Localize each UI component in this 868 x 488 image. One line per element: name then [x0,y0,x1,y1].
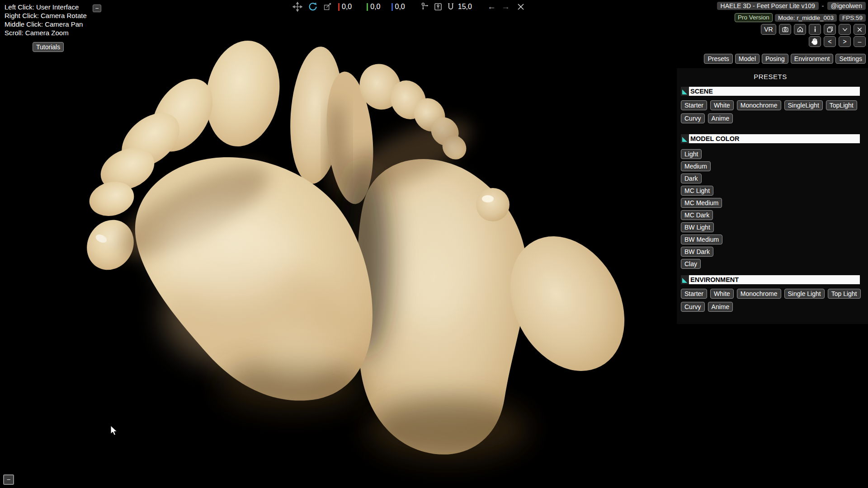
close-button[interactable] [854,24,866,35]
help-line: Scroll: Camera Zoom [5,28,87,37]
model-color-dark[interactable]: Dark [681,174,702,183]
titlebar: HAELE 3D - Feet Poser Lite v109 - @igeol… [717,2,866,10]
move-tool-icon[interactable] [292,1,303,12]
scene-buttons-row1: Starter White Monochrome SingleLight Top… [681,100,868,110]
fps-counter: FPS:59 [839,14,866,22]
model-color-section-title: MODEL COLOR [689,134,860,143]
model-color-bw-dark[interactable]: BW Dark [681,247,713,257]
undo-button[interactable]: ← [487,1,496,12]
info-button[interactable] [809,24,821,35]
environment-preset-monochrome[interactable]: Monochrome [737,289,781,299]
scene-preset-anime[interactable]: Anime [708,113,733,123]
transform-toolbar: 0,0 0,0 0,0 15,0 ← → [292,1,526,12]
scene-preset-white[interactable]: White [710,100,734,110]
scene-preset-toplight[interactable]: TopLight [826,100,857,110]
tab-model[interactable]: Model [735,54,760,64]
environment-preset-white[interactable]: White [710,289,734,299]
help-minimize-button[interactable]: – [93,5,101,12]
help-line: Left Click: User Interface [5,3,87,11]
collapse-triangle-icon [682,278,687,283]
tab-presets[interactable]: Presets [704,54,732,64]
info-icon [811,26,819,33]
model-color-bw-medium[interactable]: BW Medium [681,235,722,244]
scale-tool-icon[interactable] [322,1,333,12]
environment-buttons-row1: Starter White Monochrome Single Light To… [681,289,868,299]
gizmo-z-value: 0,0 [392,3,405,11]
pose-controls: < > – [809,36,866,47]
scene-collapse-button[interactable] [681,87,689,96]
hand-icon [811,38,819,46]
rotate-tool-icon[interactable] [307,1,318,12]
scene-preset-monochrome[interactable]: Monochrome [737,100,781,110]
help-line: Middle Click: Camera Pan [5,20,87,28]
scene-preset-starter[interactable]: Starter [681,100,707,110]
layers-button[interactable] [824,24,836,35]
layers-icon [826,26,834,33]
y-axis-bar [367,3,368,11]
model-color-light[interactable]: Light [681,149,702,159]
next-button[interactable]: > [839,36,851,47]
app-title: HAELE 3D - Feet Poser Lite v109 [717,2,819,10]
status-row: Pro Version Mode: r_middle_003 FPS:59 [735,13,866,22]
prev-button[interactable]: < [824,36,836,47]
gizmo-y-value: 0,0 [367,3,380,11]
help-line: Right Click: Camera Rotate [5,11,87,20]
model-color-mc-dark[interactable]: MC Dark [681,210,713,220]
minimize-panel-button[interactable]: – [854,36,866,47]
tutorials-button[interactable]: Tutorials [33,42,64,52]
vr-button[interactable]: VR [761,24,776,35]
nav-tabs: Presets Model Posing Environment Setting… [704,54,866,64]
title-separator: - [822,2,824,9]
panel-title: PRESETS [681,73,860,80]
camera-icon [782,26,789,33]
scene-preset-singlelight[interactable]: SingleLight [784,100,823,110]
environment-collapse-button[interactable] [681,275,689,284]
model-color-mc-light[interactable]: MC Light [681,186,713,196]
scene-section-header[interactable]: SCENE [681,87,860,96]
model-color-bw-light[interactable]: BW Light [681,222,714,232]
corner-minimize-button[interactable]: – [3,474,14,485]
redo-button[interactable]: → [501,1,510,12]
model-color-collapse-button[interactable] [681,134,689,143]
snap-magnet-icon[interactable] [445,1,456,12]
window-controls: VR [761,24,866,35]
environment-section-header[interactable]: ENVIRONMENT [681,275,860,284]
environment-preset-single-light[interactable]: Single Light [784,289,825,299]
tab-settings[interactable]: Settings [835,54,866,64]
close-icon [857,27,863,33]
environment-preset-curvy[interactable]: Curvy [681,302,705,312]
environment-preset-anime[interactable]: Anime [708,302,733,312]
home-icon [797,26,804,33]
z-axis-bar [392,3,393,11]
hand-mode-button[interactable] [809,36,821,47]
bounds-icon[interactable] [433,1,443,12]
screenshot-button[interactable] [779,24,791,35]
environment-preset-starter[interactable]: Starter [681,289,707,299]
model-color-medium[interactable]: Medium [681,161,711,171]
model-color-clay[interactable]: Clay [681,259,701,269]
mode-indicator: Mode: r_middle_003 [775,14,837,22]
gizmo-x-value: 0,0 [338,3,352,11]
environment-section-title: ENVIRONMENT [689,275,860,284]
home-button[interactable] [794,24,806,35]
model-color-buttons: Light Medium Dark MC Light MC Medium MC … [681,149,868,269]
pivot-gizmo-icon[interactable] [420,1,430,12]
help-overlay: Left Click: User Interface Right Click: … [5,3,87,37]
pro-version-badge: Pro Version [735,13,773,22]
scene-preset-curvy[interactable]: Curvy [681,113,705,123]
chevron-down-icon [842,26,848,33]
x-axis-bar [338,3,340,11]
environment-preset-top-light[interactable]: Top Light [828,289,861,299]
model-color-section-header[interactable]: MODEL COLOR [681,134,860,143]
tab-environment[interactable]: Environment [791,54,834,64]
author-handle: @igeolwen [827,2,866,10]
collapse-ui-button[interactable] [839,24,851,35]
scene-buttons-row2: Curvy Anime [681,113,868,123]
mouse-cursor [110,425,120,437]
deselect-icon[interactable] [515,1,526,12]
collapse-triangle-icon [682,89,687,94]
model-color-mc-medium[interactable]: MC Medium [681,198,722,208]
scene-section-title: SCENE [689,87,860,96]
tab-posing[interactable]: Posing [762,54,788,64]
collapse-triangle-icon [682,137,687,142]
